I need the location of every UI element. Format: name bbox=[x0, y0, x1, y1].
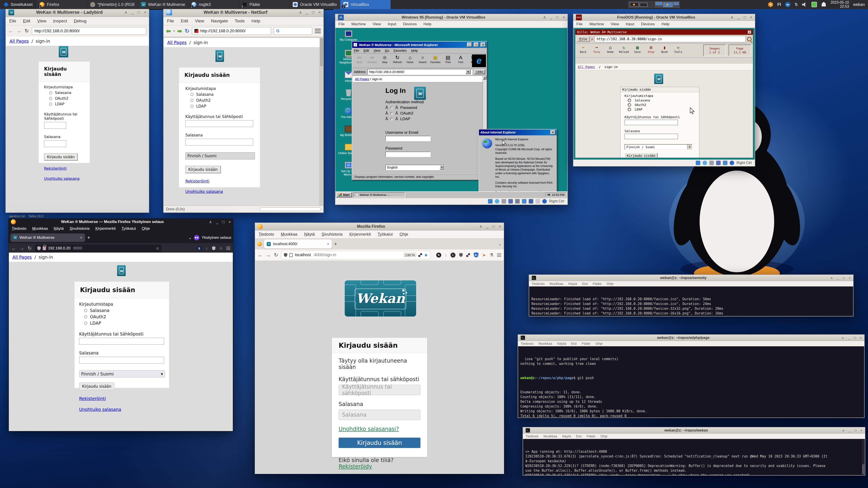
menu-lines-icon[interactable] bbox=[315, 29, 321, 33]
pointer-extension-icon[interactable]: ➤ bbox=[482, 252, 486, 258]
maximize-button[interactable]: □ bbox=[493, 225, 495, 228]
register-link[interactable]: Rekisteröinti bbox=[79, 396, 164, 401]
radio-option[interactable]: Salasana bbox=[84, 308, 164, 313]
account-icon[interactable]: ⌾ bbox=[220, 246, 222, 251]
zoom-level-chip[interactable]: 130 % bbox=[403, 253, 416, 257]
terminal-output[interactable]: ResourceLoader: Finished load of: "http:… bbox=[529, 287, 853, 316]
bookmark-star-icon[interactable]: ★ bbox=[424, 252, 428, 258]
menu-item[interactable]: Navigate bbox=[211, 19, 228, 24]
network-tray-icon[interactable]: ⇅ bbox=[795, 2, 798, 7]
radio-option[interactable]: Salasana bbox=[190, 92, 254, 97]
menu-item[interactable]: Pääte bbox=[593, 282, 601, 286]
forgot-password-link[interactable]: Unohtuiko salasana bbox=[185, 189, 254, 194]
terminal-output[interactable]: => App running at: http://localhost:4000… bbox=[523, 439, 865, 475]
menu-item[interactable]: Pääte bbox=[587, 434, 595, 438]
menu-item[interactable]: File bbox=[9, 19, 16, 24]
username-input[interactable] bbox=[79, 338, 164, 345]
url-bar[interactable]: 192.168.0.20:8000 ☆ bbox=[35, 245, 161, 252]
radio-ldap[interactable] bbox=[190, 105, 193, 108]
close-tab-icon[interactable]: × bbox=[327, 242, 329, 246]
radio-option[interactable]: LDAP bbox=[190, 104, 254, 108]
vm-menu-item[interactable]: Devices bbox=[403, 22, 416, 26]
close-button[interactable]: × bbox=[550, 130, 555, 135]
menu-item[interactable]: Muokkaa bbox=[32, 226, 48, 231]
radio-option[interactable]: ÂÂOAuth2 bbox=[385, 111, 487, 116]
menu-item[interactable]: Sivuhistoria bbox=[321, 232, 342, 237]
menu-item[interactable]: Help bbox=[252, 19, 260, 24]
radio-password[interactable] bbox=[628, 99, 631, 102]
stop-button[interactable]: ⊠Stop bbox=[645, 44, 657, 54]
radio-password[interactable] bbox=[190, 93, 193, 96]
forward-button[interactable]: ⇨Forward bbox=[366, 55, 378, 64]
username-input[interactable] bbox=[625, 120, 678, 125]
close-button[interactable]: × bbox=[144, 10, 146, 14]
volume-tray-icon[interactable] bbox=[802, 2, 807, 7]
taskbar-item-wekan[interactable]: w WeKan ® Multiverse - L... bbox=[138, 0, 188, 9]
new-tab-button[interactable]: + bbox=[87, 235, 90, 240]
url-bar[interactable]: localhost:4000/sign-in 130 % ★ bbox=[281, 251, 430, 259]
vm-menu-item[interactable]: Help bbox=[424, 22, 432, 26]
tracking-protection-shield-icon[interactable] bbox=[284, 253, 287, 257]
radio-oauth2[interactable] bbox=[628, 103, 631, 107]
maximize-button[interactable]: □ bbox=[855, 429, 856, 432]
privacy-badger-shield-icon[interactable]: 9+ bbox=[473, 252, 478, 258]
forgot-password-link[interactable]: Unohditko salasanasi? bbox=[339, 426, 399, 432]
shade-button[interactable]: ∧ bbox=[842, 336, 844, 339]
app-menu-icon[interactable] bbox=[226, 247, 230, 250]
close-button[interactable]: × bbox=[861, 429, 862, 432]
workspace-switcher[interactable] bbox=[628, 0, 680, 9]
sign-in-button[interactable]: Kirjaudu sisään bbox=[79, 383, 114, 390]
shade-button[interactable]: ∧ bbox=[209, 220, 212, 224]
minimize-button[interactable]: _ bbox=[486, 225, 488, 228]
font-button[interactable]: AFont bbox=[455, 55, 467, 64]
radio-option[interactable]: LDAP bbox=[84, 321, 164, 326]
reload-button[interactable]: ↻ bbox=[25, 28, 29, 34]
tab-wekan[interactable]: w WeKan ® Multiverse × bbox=[10, 233, 85, 242]
forward-button[interactable]: → bbox=[20, 246, 24, 251]
back-button[interactable]: ⇦Back bbox=[353, 55, 365, 64]
minimize-button[interactable]: _ bbox=[306, 10, 308, 14]
menu-item[interactable]: Työkalut bbox=[122, 226, 136, 231]
notifications-tray-icon[interactable] bbox=[821, 2, 827, 7]
menu-item[interactable]: Ohje bbox=[400, 232, 408, 237]
menu-item[interactable]: Ohje bbox=[600, 434, 608, 438]
back-button[interactable]: ← bbox=[11, 246, 16, 251]
radio-option[interactable]: ÂÂPassword bbox=[385, 105, 487, 110]
password-input[interactable] bbox=[185, 139, 253, 145]
scrollbar[interactable] bbox=[862, 440, 865, 475]
menu-item[interactable]: Debug bbox=[74, 19, 87, 24]
shade-button[interactable]: ∧ bbox=[543, 15, 546, 19]
vm-menu-item[interactable]: File bbox=[338, 22, 344, 26]
extension-s-icon[interactable]: S bbox=[436, 253, 441, 258]
radio-oauth2[interactable] bbox=[390, 112, 393, 115]
ie-menu-item[interactable]: View bbox=[374, 49, 380, 53]
all-pages-link[interactable]: All Pages bbox=[9, 39, 29, 43]
back-dropdown[interactable]: ▾ bbox=[174, 29, 175, 33]
menu-item[interactable]: Näytä bbox=[562, 434, 571, 438]
ie-menu-item[interactable]: Help bbox=[411, 49, 418, 53]
vm-titlebar[interactable]: 95 Windows 95 [Running] - Oracle VM Virt… bbox=[335, 14, 567, 21]
search-icon[interactable] bbox=[747, 37, 752, 41]
vm-menu-item[interactable]: View bbox=[611, 22, 619, 26]
reload-button[interactable]: ↻ bbox=[28, 246, 32, 251]
tab-list-chevron[interactable]: ⌄ bbox=[498, 241, 502, 247]
home-button[interactable]: ⌂Home bbox=[604, 44, 617, 54]
stop-button[interactable]: ⊗Stop bbox=[379, 55, 391, 64]
ie-menu-item[interactable]: Edit bbox=[364, 49, 369, 53]
ie-menu-item[interactable]: Favorites bbox=[394, 49, 407, 53]
back-button[interactable]: ← bbox=[258, 252, 263, 258]
all-pages-link[interactable]: All Pages bbox=[12, 255, 32, 260]
maximize-button[interactable]: □ bbox=[854, 336, 856, 339]
menu-item[interactable]: Muokkaa bbox=[550, 282, 563, 286]
close-button[interactable]: × bbox=[849, 276, 850, 280]
taskbar-item-terminal[interactable]: Pääte 5 bbox=[239, 0, 289, 9]
favorites-button[interactable]: ▣Favorites bbox=[430, 55, 441, 64]
extension-moon-icon[interactable]: ◐ bbox=[451, 253, 456, 258]
tracking-protection-shield-icon[interactable] bbox=[37, 246, 41, 250]
battery-tray-icon[interactable] bbox=[811, 2, 817, 7]
desktop-icon-my-computer[interactable]: My Computer bbox=[337, 30, 360, 41]
back-button[interactable]: ⬅Back bbox=[577, 44, 590, 54]
menu-item[interactable]: Sivuhistoria bbox=[70, 226, 90, 231]
multi-account-icon[interactable] bbox=[466, 253, 470, 257]
vm-menu-item[interactable]: Help bbox=[662, 22, 670, 26]
